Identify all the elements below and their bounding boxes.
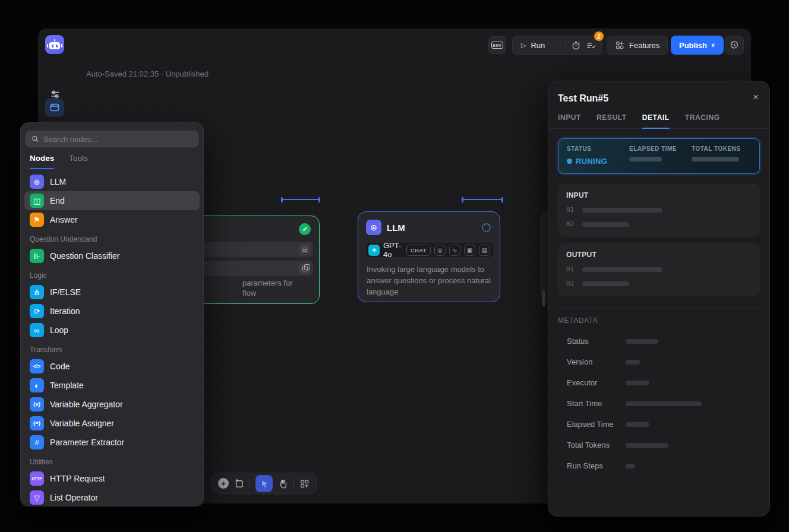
template-icon: ◐	[30, 378, 44, 392]
variable-assigner-icon: {=}	[30, 416, 44, 430]
value-placeholder	[582, 267, 662, 272]
node-panel-tabs: Nodes Tools	[21, 154, 203, 169]
canvas-scrollbar-handle[interactable]	[542, 290, 545, 306]
app-preview-button[interactable]	[45, 98, 64, 117]
output-card: OUTPUT 01 02	[558, 243, 760, 296]
tab-tracing[interactable]: TRACING	[685, 113, 720, 128]
row-number: 02	[566, 220, 574, 228]
section-logic: Logic	[30, 271, 194, 280]
node-item-answer[interactable]: ⚑ Answer	[24, 210, 200, 229]
node-item-code[interactable]: </> Code	[24, 357, 200, 376]
value-placeholder	[582, 222, 629, 227]
node-item-list-operator[interactable]: ▽ List Operator	[24, 488, 200, 506]
metadata-label: Run Steps	[567, 461, 626, 470]
tab-input[interactable]: INPUT	[558, 113, 581, 128]
features-label: Features	[629, 41, 659, 50]
tab-detail[interactable]: DETAIL	[642, 113, 670, 129]
code-icon: </>	[30, 359, 44, 373]
app-logo-robot-icon[interactable]	[45, 35, 64, 54]
chat-mode-badge: CHAT	[406, 245, 431, 256]
node-item-iteration[interactable]: ⟳ Iteration	[24, 302, 200, 321]
node-item-http-request[interactable]: HTTP HTTP Request	[24, 469, 200, 488]
start-field-row[interactable]	[187, 261, 313, 276]
question-classifier-icon: ⊪	[30, 249, 44, 263]
parameter-extractor-icon: #	[30, 435, 44, 449]
status-label: STATUS	[567, 145, 629, 152]
branch-icon: ⋔	[30, 285, 44, 299]
model-selector[interactable]: ∗ GPT-4o CHAT ◎ ∿ ▣ ▤	[365, 242, 494, 258]
http-icon: HTTP	[30, 471, 44, 486]
tab-nodes[interactable]: Nodes	[30, 154, 54, 169]
row-number: 02	[566, 280, 574, 287]
document-capability-icon: ▤	[479, 245, 490, 256]
llm-node-title: LLM	[387, 223, 405, 233]
value-placeholder	[582, 208, 662, 213]
node-item-if-else[interactable]: ⋔ IF/ELSE	[24, 283, 200, 302]
features-button[interactable]: Features	[607, 36, 668, 55]
pointer-tool-button[interactable]	[255, 475, 273, 492]
node-item-question-classifier[interactable]: ⊪ Question Classifier	[24, 246, 200, 265]
add-note-button[interactable]	[234, 479, 244, 489]
organize-nodes-button[interactable]	[299, 479, 310, 489]
node-item-llm[interactable]: ⊛ LLM	[24, 172, 200, 191]
divider	[293, 479, 294, 488]
section-question-understand: Question Understand	[30, 235, 194, 243]
row-number: 01	[566, 206, 574, 214]
llm-node-icon: ⊛	[366, 220, 381, 235]
running-spinner-icon	[482, 223, 491, 232]
node-item-loop[interactable]: ∞ Loop	[24, 321, 200, 340]
node-search-panel: Nodes Tools ⊛ LLM ◫ End ⚑ Answer Questio…	[20, 122, 204, 506]
test-run-title: Test Run#5	[548, 81, 769, 104]
llm-node[interactable]: ⊛ LLM ∗ GPT-4o CHAT ◎ ∿ ▣ ▤ Invoking lar…	[358, 211, 500, 302]
start-field-row[interactable]: ▤	[187, 242, 313, 257]
publish-button[interactable]: Publish ∨	[671, 36, 724, 55]
history-clock-icon	[730, 40, 739, 50]
elapsed-time-label: ELAPSED TIME	[629, 145, 692, 152]
node-item-variable-aggregator[interactable]: {x} Variable Aggregator	[24, 395, 200, 414]
metadata-label: Elapsed Time	[567, 420, 626, 429]
variable-aggregator-icon: {x}	[30, 397, 44, 411]
close-icon[interactable]: ×	[753, 92, 759, 102]
metadata-placeholder	[626, 422, 649, 427]
node-item-end[interactable]: ◫ End	[24, 191, 200, 210]
total-tokens-placeholder	[692, 157, 739, 162]
window-icon	[49, 102, 60, 113]
llm-icon: ⊛	[30, 175, 44, 189]
features-icon	[615, 40, 624, 50]
openai-model-icon: ∗	[368, 245, 380, 256]
chevron-down-icon: ∨	[711, 42, 715, 48]
run-history-stopwatch-icon[interactable]	[571, 40, 581, 50]
image-capability-icon: ▣	[464, 245, 475, 256]
metadata-label: Total Tokens	[567, 441, 626, 449]
value-placeholder	[582, 281, 629, 286]
node-item-parameter-extractor[interactable]: # Parameter Extractor	[24, 433, 200, 452]
node-search-box[interactable]	[26, 131, 198, 147]
env-variables-button[interactable]: ENV	[488, 36, 506, 54]
section-utilities: Utilities	[30, 458, 194, 466]
answer-flag-icon: ⚑	[30, 213, 44, 227]
search-input[interactable]	[43, 135, 192, 144]
test-run-panel: Test Run#5 × INPUT RESULT DETAIL TRACING…	[548, 81, 770, 517]
hand-tool-button[interactable]	[278, 479, 288, 489]
start-node-description: parameters for	[242, 278, 293, 287]
node-item-variable-assigner[interactable]: {=} Variable Assigner	[24, 414, 200, 433]
llm-node-description: Invoking large language models to answer…	[367, 264, 493, 298]
node-item-template[interactable]: ◐ Template	[24, 376, 200, 395]
loop-infinity-icon: ∞	[30, 323, 44, 337]
checklist-icon[interactable]	[586, 40, 596, 50]
tab-tools[interactable]: Tools	[69, 154, 88, 169]
autosave-status: Auto-Saved 21:02:35 · Unpublished	[86, 69, 209, 78]
add-node-button[interactable]: +	[218, 478, 229, 489]
version-history-button[interactable]	[725, 36, 744, 55]
elapsed-time-placeholder	[629, 157, 662, 162]
test-run-tabs: INPUT RESULT DETAIL TRACING	[548, 113, 769, 129]
tab-result[interactable]: RESULT	[597, 113, 627, 128]
divider	[566, 41, 566, 50]
run-button[interactable]: Run	[531, 41, 545, 50]
metadata-title: METADATA	[558, 316, 760, 325]
row-number: 01	[566, 265, 574, 273]
success-check-icon: ✓	[299, 223, 311, 235]
copy-icon	[299, 263, 310, 274]
search-icon	[31, 135, 39, 143]
cursor-icon	[260, 479, 269, 488]
